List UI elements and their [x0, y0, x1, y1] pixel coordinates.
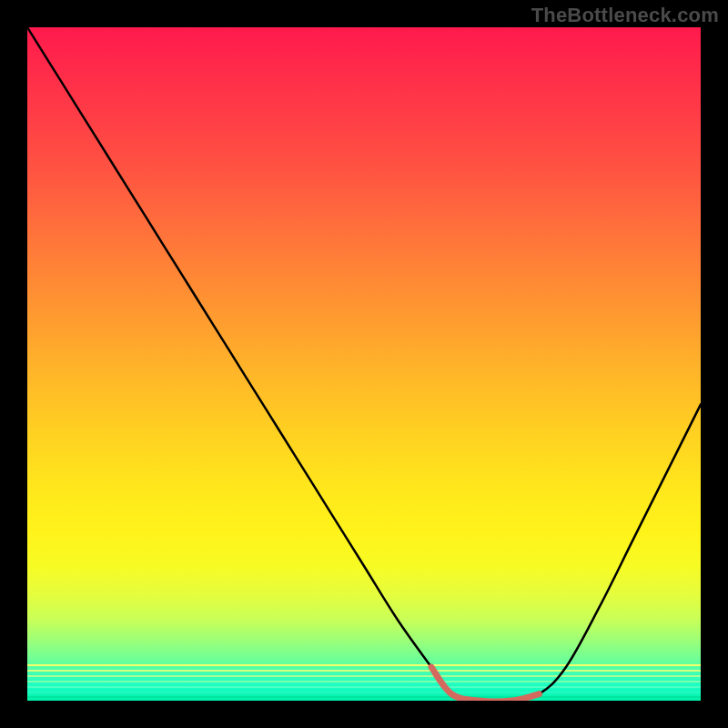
bottleneck-curve: [27, 27, 701, 701]
curve-svg: [27, 27, 701, 701]
chart-frame: TheBottleneck.com: [0, 0, 728, 728]
watermark-text: TheBottleneck.com: [531, 4, 719, 27]
plot-area: [27, 27, 701, 701]
min-highlight: [431, 667, 539, 701]
